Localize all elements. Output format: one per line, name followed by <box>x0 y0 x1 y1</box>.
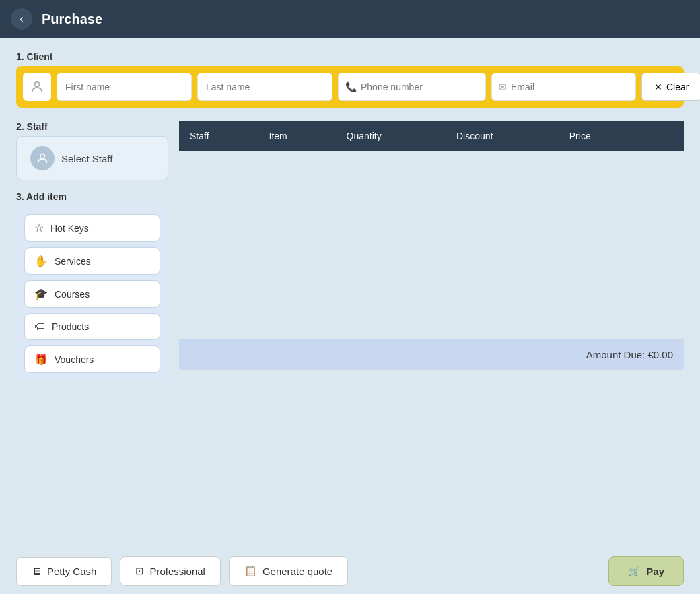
client-bar: 📞 ✉ ✕ Clear » Walk in <box>16 66 684 108</box>
col-item: Item <box>258 121 336 151</box>
first-name-input[interactable] <box>57 73 192 101</box>
hot-keys-icon: ☆ <box>34 222 44 234</box>
services-button[interactable]: ✋ Services <box>24 247 160 275</box>
client-avatar-icon <box>23 73 51 101</box>
footer: 🖥 Petty Cash ⊡ Professional 📋 Generate q… <box>0 548 700 594</box>
add-item-label: 3. Add item <box>16 191 168 202</box>
left-panel: 2. Staff Select Staff 3. Add item <box>16 121 168 381</box>
svg-point-1 <box>40 154 45 158</box>
courses-button[interactable]: 🎓 Courses <box>24 280 160 308</box>
petty-cash-icon: 🖥 <box>32 566 42 577</box>
products-button[interactable]: 🏷 Products <box>24 313 160 340</box>
add-item-buttons: ☆ Hot Keys ✋ Services 🎓 Courses 🏷 Produc… <box>16 206 168 381</box>
table-body <box>179 151 684 339</box>
clear-x-icon: ✕ <box>654 81 662 92</box>
select-staff-button[interactable]: Select Staff <box>16 136 168 180</box>
right-panel: Staff Item Quantity Discount Price Amoun… <box>179 121 684 381</box>
hot-keys-button[interactable]: ☆ Hot Keys <box>24 214 160 242</box>
amount-due: Amount Due: €0.00 <box>179 339 684 370</box>
petty-cash-button[interactable]: 🖥 Petty Cash <box>16 557 112 586</box>
phone-input-wrapper: 📞 <box>338 73 486 101</box>
col-discount: Discount <box>446 121 559 151</box>
vouchers-button[interactable]: 🎁 Vouchers <box>24 345 160 373</box>
email-input[interactable] <box>511 81 629 92</box>
svg-point-0 <box>34 82 39 87</box>
purchase-table: Staff Item Quantity Discount Price <box>179 121 684 339</box>
clear-button[interactable]: ✕ Clear <box>641 73 700 101</box>
page-title: Purchase <box>42 11 102 27</box>
header: ‹ Purchase <box>0 0 700 38</box>
phone-input[interactable] <box>361 81 479 92</box>
last-name-input[interactable] <box>197 73 332 101</box>
products-icon: 🏷 <box>34 321 45 333</box>
col-quantity: Quantity <box>336 121 446 151</box>
email-icon: ✉ <box>499 81 507 92</box>
staff-items-section: 2. Staff Select Staff 3. Add item <box>16 121 684 381</box>
client-label: 1. Client <box>16 51 684 62</box>
add-item-section: 3. Add item ☆ Hot Keys ✋ Services 🎓 Cour… <box>16 191 168 381</box>
generate-quote-icon: 📋 <box>244 565 257 577</box>
services-icon: ✋ <box>34 255 48 267</box>
staff-label: 2. Staff <box>16 121 168 132</box>
hot-keys-label: Hot Keys <box>50 223 89 234</box>
staff-avatar-icon <box>30 146 55 170</box>
client-section: 1. Client 📞 ✉ ✕ Clear <box>16 51 684 108</box>
generate-quote-button[interactable]: 📋 Generate quote <box>229 556 348 586</box>
pay-button[interactable]: 🛒 Pay <box>608 556 684 586</box>
col-staff: Staff <box>179 121 258 151</box>
courses-label: Courses <box>55 289 90 300</box>
courses-icon: 🎓 <box>34 288 48 300</box>
pay-icon: 🛒 <box>628 565 641 577</box>
back-button[interactable]: ‹ <box>11 8 32 30</box>
services-label: Services <box>55 256 91 267</box>
main-content: 1. Client 📞 ✉ ✕ Clear <box>0 38 700 548</box>
col-price: Price <box>559 121 642 151</box>
select-staff-label: Select Staff <box>61 153 112 164</box>
vouchers-label: Vouchers <box>55 354 94 365</box>
staff-section: 2. Staff Select Staff <box>16 121 168 180</box>
vouchers-icon: 🎁 <box>34 353 48 366</box>
phone-icon: 📞 <box>345 81 357 92</box>
email-input-wrapper: ✉ <box>491 73 636 101</box>
col-actions <box>642 121 684 151</box>
products-label: Products <box>52 321 89 332</box>
professional-icon: ⊡ <box>135 565 144 577</box>
professional-button[interactable]: ⊡ Professional <box>120 556 221 586</box>
